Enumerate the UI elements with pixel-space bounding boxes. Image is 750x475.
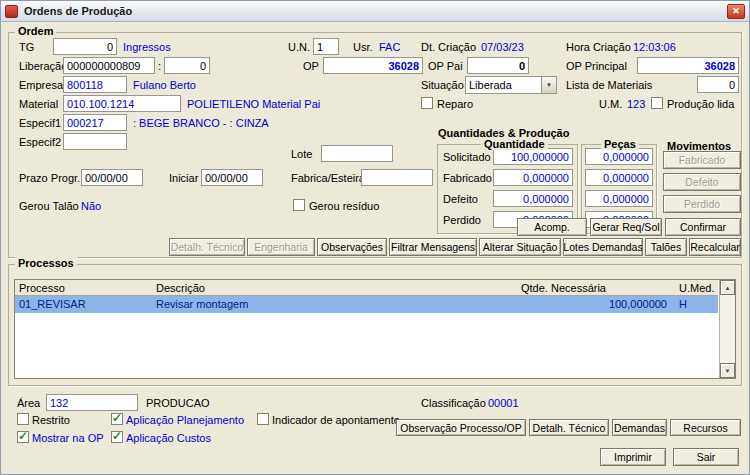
um-label: U.M. xyxy=(599,98,622,110)
alterar-situacao-button[interactable]: Alterar Situação xyxy=(479,238,561,256)
solicitado-pecas-input[interactable] xyxy=(585,148,653,165)
producao-lida-checkbox[interactable] xyxy=(651,97,663,109)
dt-criacao-label: Dt. Criação xyxy=(421,41,476,53)
detalh-tecnico-footer-button[interactable]: Detalh. Técnico xyxy=(529,419,609,436)
acomp-button[interactable]: Acomp. xyxy=(517,218,587,236)
fabricado-mov-button[interactable]: Fabricado xyxy=(663,151,741,169)
col-header-descricao: Descrição xyxy=(156,282,205,294)
aplicacao-planejamento-checkbox[interactable] xyxy=(111,413,123,425)
gerar-req-sol-button[interactable]: Gerar Req/Sol xyxy=(590,218,662,236)
defeito-pecas-input[interactable] xyxy=(585,190,653,207)
scroll-down-icon[interactable]: ▼ xyxy=(720,363,735,378)
especif1-input[interactable] xyxy=(63,114,127,131)
aplicacao-custos-checkbox[interactable] xyxy=(111,431,123,443)
aplicacao-planejamento-label: Aplicação Planejamento xyxy=(126,414,244,426)
liberacao-seq-input[interactable] xyxy=(164,57,210,74)
perdido-label: Perdido xyxy=(443,214,481,226)
un-label: U.N. xyxy=(288,41,310,53)
tg-label: TG xyxy=(19,41,34,53)
defeito-label: Defeito xyxy=(443,193,478,205)
producao-lida-label: Produção lida xyxy=(667,98,734,110)
col-header-processo: Processo xyxy=(19,282,65,294)
prazo-progr-label: Prazo Progr. xyxy=(19,172,80,184)
imprimir-button[interactable]: Imprimir xyxy=(600,448,666,466)
recalcular-button[interactable]: Recalcular xyxy=(689,238,741,256)
perdido-mov-button[interactable]: Perdido xyxy=(663,195,741,213)
classificacao-value: 00001 xyxy=(488,397,519,409)
recursos-button[interactable]: Recursos xyxy=(670,419,741,436)
especif2-label: Especif2 xyxy=(19,136,61,148)
detalh-tecnico-button[interactable]: Detalh. Técnico xyxy=(169,238,245,256)
solicitado-label: Solicitado xyxy=(443,151,491,163)
grid-scrollbar[interactable]: ▲ ▼ xyxy=(719,280,735,378)
area-desc: PRODUCAO xyxy=(146,397,210,409)
observacoes-button[interactable]: Observações xyxy=(317,238,387,256)
ordens-producao-window: Ordens de Produção ✕ Ordem TG Ingressos … xyxy=(0,0,750,475)
op-pai-input[interactable] xyxy=(467,57,529,74)
material-input[interactable] xyxy=(63,95,181,112)
un-input[interactable] xyxy=(313,38,339,55)
window-title: Ordens de Produção xyxy=(24,5,132,17)
lote-input[interactable] xyxy=(321,145,393,162)
empresa-label: Empresa xyxy=(19,79,63,91)
lista-materiais-input[interactable] xyxy=(697,76,739,93)
lista-materiais-label: Lista de Materiais xyxy=(566,79,652,91)
fabricado-pecas-input[interactable] xyxy=(585,169,653,186)
ordem-group-legend: Ordem xyxy=(15,25,56,37)
gerou-residuo-checkbox[interactable] xyxy=(293,199,305,211)
scroll-up-icon[interactable]: ▲ xyxy=(720,280,735,295)
cell-descricao: Revisar montagem xyxy=(156,298,248,310)
chevron-down-icon[interactable]: ▼ xyxy=(541,77,556,93)
prazo-progr-input[interactable] xyxy=(81,169,143,186)
close-icon[interactable]: ✕ xyxy=(727,4,745,19)
situacao-selected-value: Liberada xyxy=(469,79,512,91)
usr-value: FAC xyxy=(379,41,400,53)
reparo-label: Reparo xyxy=(437,98,473,110)
especif2-input[interactable] xyxy=(63,133,127,150)
empresa-input[interactable] xyxy=(63,76,127,93)
quantidade-column-header: Quantidade xyxy=(481,138,548,150)
restrito-checkbox[interactable] xyxy=(17,413,29,425)
indicador-apontamento-checkbox[interactable] xyxy=(257,413,269,425)
observacao-processo-op-button[interactable]: Observação Processo/OP xyxy=(396,419,526,436)
filtrar-mensagens-button[interactable]: Filtrar Mensagens xyxy=(389,238,477,256)
titlebar[interactable]: Ordens de Produção ✕ xyxy=(1,1,749,22)
classificacao-label: Classificação xyxy=(421,397,486,409)
engenharia-button[interactable]: Engenharia xyxy=(247,238,315,256)
col-header-qtde-necessaria: Qtde. Necessária xyxy=(521,282,606,294)
reparo-checkbox[interactable] xyxy=(421,97,433,109)
liberacao-label: Liberação xyxy=(19,60,67,72)
defeito-quantidade-input[interactable] xyxy=(493,190,573,207)
tg-input[interactable] xyxy=(53,38,117,55)
especif1-label: Especif1 xyxy=(19,117,61,129)
restrito-label: Restrito xyxy=(32,414,70,426)
fabrica-esteira-input[interactable] xyxy=(361,169,433,186)
solicitado-quantidade-input[interactable] xyxy=(493,148,573,165)
hora-criacao-value: 12:03:06 xyxy=(633,41,676,53)
empresa-desc: Fulano Berto xyxy=(133,79,196,91)
dt-criacao-value: 07/03/23 xyxy=(481,41,524,53)
liberacao-input[interactable] xyxy=(63,57,155,74)
defeito-mov-button[interactable]: Defeito xyxy=(663,173,741,191)
op-input[interactable] xyxy=(323,57,423,74)
situacao-select[interactable]: Liberada ▼ xyxy=(465,76,557,94)
taloes-button[interactable]: Talões xyxy=(645,238,687,256)
fabricado-quantidade-input[interactable] xyxy=(493,169,573,186)
sair-button[interactable]: Sair xyxy=(673,448,739,466)
area-label: Área xyxy=(17,397,40,409)
gerou-talao-label: Gerou Talão xyxy=(19,200,79,212)
mostrar-na-op-label: Mostrar na OP xyxy=(32,432,104,444)
lotes-demandas-button[interactable]: Lotes Demandas xyxy=(563,238,643,256)
mostrar-na-op-checkbox[interactable] xyxy=(17,431,29,443)
iniciar-input[interactable] xyxy=(201,169,263,186)
op-principal-input[interactable] xyxy=(637,57,739,74)
confirmar-button[interactable]: Confirmar xyxy=(665,218,741,236)
tg-desc: Ingressos xyxy=(123,41,171,53)
demandas-button[interactable]: Demandas xyxy=(612,419,667,436)
op-label: OP xyxy=(303,60,319,72)
pecas-column-header: Peças xyxy=(601,138,639,150)
table-row[interactable]: 01_REVISAR Revisar montagem 100,000000 H xyxy=(15,296,718,313)
cell-umed: H xyxy=(679,298,687,310)
area-input[interactable] xyxy=(46,394,138,411)
cell-qtde: 100,000000 xyxy=(455,298,667,310)
